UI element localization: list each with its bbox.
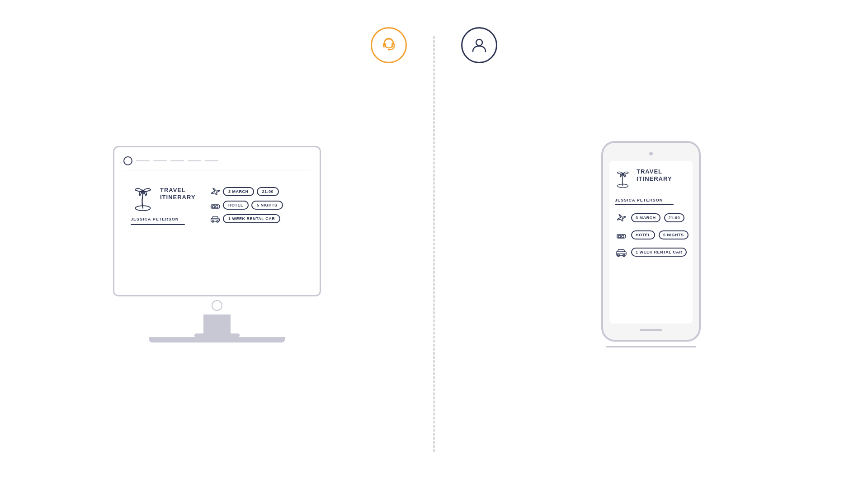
- svg-rect-22: [622, 235, 624, 238]
- monitor-title: TRAVEL ITINERARY: [160, 187, 203, 202]
- monitor-plane-icon: [210, 187, 220, 197]
- toolbar-line-5: [205, 160, 218, 161]
- phone-card-header: TRAVEL ITINERARY: [615, 168, 687, 191]
- phone-row-plane: 3 MARCH 21:00: [615, 211, 687, 224]
- toolbar-line-4: [188, 160, 201, 161]
- phone-row-hotel: HOTEL 5 NIGHTS: [615, 229, 687, 241]
- monitor-pill-nights: 5 NIGHTS: [251, 201, 283, 210]
- phone-hotel-icon: [615, 229, 627, 241]
- phone-stand-line: [606, 346, 696, 347]
- monitor-car-icon: [210, 214, 220, 224]
- phone-underline: [615, 204, 674, 205]
- phone-pill-hotel: HOTEL: [631, 230, 655, 239]
- phone-screen: TRAVEL ITINERARY JESSICA PETERSON 3 MARC…: [609, 161, 693, 324]
- svg-rect-21: [618, 235, 621, 238]
- monitor-pill-car: 1 WEEK RENTAL CAR: [223, 214, 280, 223]
- phone-plane-icon: [615, 211, 627, 224]
- support-icon-circle: [371, 27, 407, 63]
- monitor-underline: [131, 224, 185, 225]
- svg-rect-10: [216, 206, 218, 208]
- phone-person-name: JESSICA PETERSON: [615, 198, 687, 202]
- toolbar-line-1: [136, 160, 150, 161]
- toolbar-line-2: [153, 160, 167, 161]
- user-icon-circle: [461, 27, 497, 63]
- monitor-toolbar: [123, 156, 311, 170]
- top-icons: [371, 27, 497, 63]
- right-side: TRAVEL ITINERARY JESSICA PETERSON 3 MARC…: [434, 0, 868, 488]
- monitor-content: TRAVEL ITINERARY JESSICA PETERSON: [123, 178, 311, 286]
- monitor-pill-hotel: HOTEL: [223, 201, 249, 210]
- monitor-person-name: JESSICA PETERSON: [131, 217, 203, 221]
- phone-pill-time: 21:00: [664, 213, 685, 222]
- phone-pill-date: 3 MARCH: [631, 213, 660, 222]
- monitor-row-plane: 3 MARCH 21:00: [210, 187, 303, 197]
- phone-pill-car: 1 WEEK RENTAL CAR: [631, 248, 687, 257]
- monitor-row-hotel: HOTEL 5 NIGHTS: [210, 200, 303, 210]
- svg-point-4: [476, 39, 482, 46]
- monitor-content-inner: TRAVEL ITINERARY JESSICA PETERSON: [131, 187, 303, 230]
- left-side: TRAVEL ITINERARY JESSICA PETERSON: [0, 0, 434, 488]
- phone-title-text: TRAVEL ITINERARY: [637, 168, 687, 183]
- user-icon: [470, 36, 488, 54]
- monitor-card-header: TRAVEL ITINERARY: [131, 187, 203, 211]
- monitor-card-left: TRAVEL ITINERARY JESSICA PETERSON: [131, 187, 203, 230]
- phone-row-car: 1 WEEK RENTAL CAR: [615, 246, 687, 258]
- monitor-palm-icon: [131, 187, 156, 211]
- phone-camera: [649, 152, 653, 155]
- phone-palm-icon: [615, 168, 631, 191]
- monitor-card-right: 3 MARCH 21:00: [210, 187, 303, 230]
- mobile-phone: TRAVEL ITINERARY JESSICA PETERSON 3 MARC…: [601, 141, 701, 342]
- phone-pill-nights: 5 NIGHTS: [659, 230, 689, 239]
- monitor-hotel-icon: [210, 200, 220, 210]
- svg-rect-9: [212, 206, 215, 208]
- headset-icon: [380, 36, 398, 54]
- monitor-stand: [203, 314, 231, 337]
- center-divider: [434, 36, 435, 452]
- monitor-stand-area: [113, 296, 321, 343]
- main-container: TRAVEL ITINERARY JESSICA PETERSON: [0, 0, 868, 488]
- monitor-pill-date: 3 MARCH: [223, 187, 254, 196]
- monitor-base: [149, 337, 285, 343]
- monitor-pill-time: 21:00: [257, 187, 279, 196]
- phone-car-icon: [615, 246, 627, 258]
- monitor-row-car: 1 WEEK RENTAL CAR: [210, 214, 303, 224]
- monitor-circle: [212, 300, 222, 311]
- desktop-monitor: TRAVEL ITINERARY JESSICA PETERSON: [113, 146, 321, 343]
- svg-point-3: [388, 49, 390, 51]
- phone-home-bar: [640, 329, 662, 331]
- monitor-screen: TRAVEL ITINERARY JESSICA PETERSON: [113, 146, 321, 296]
- toolbar-line-3: [170, 160, 184, 161]
- monitor-brand-icon: [123, 156, 132, 165]
